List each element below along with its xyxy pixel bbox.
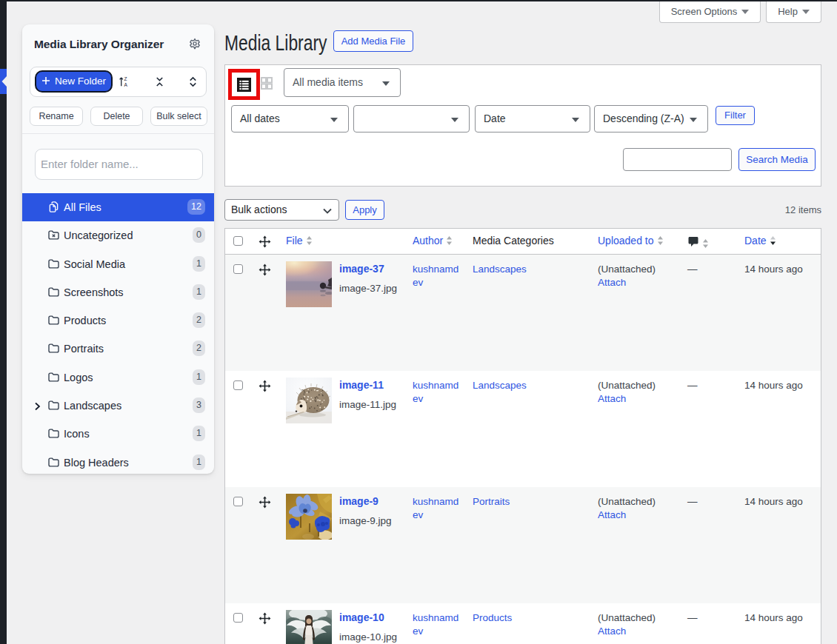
- svg-text:Z: Z: [124, 76, 127, 81]
- svg-text:A: A: [124, 82, 128, 87]
